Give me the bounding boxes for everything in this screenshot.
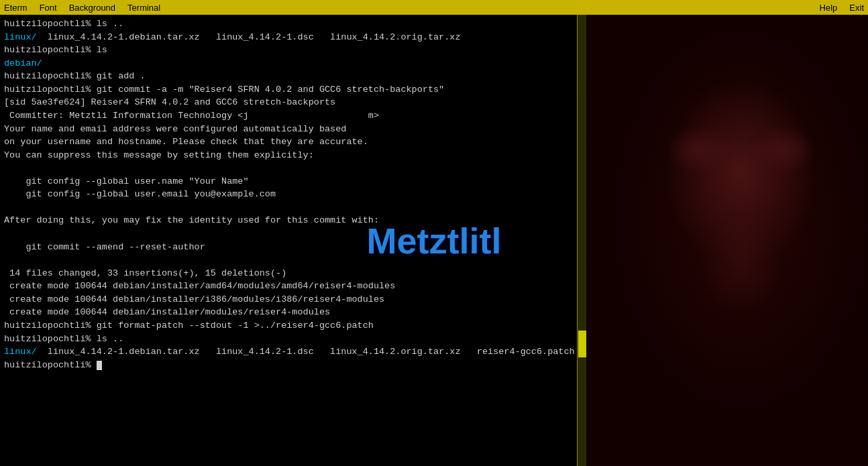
scrollbar[interactable] [577,15,586,466]
line-7: [sid 5ae3fe624] Reiser4 SFRN 4.0.2 and G… [4,96,580,109]
background-image [586,15,868,466]
terminal-cursor [97,361,102,370]
line-16: After doing this, you may fix the identi… [4,214,580,227]
line-18: git commit --amend --reset-author [4,241,580,254]
menu-right: Help Exit [820,3,864,13]
line-23: create mode 100644 debian/installer/modu… [4,306,580,319]
menubar: Eterm Font Background Terminal Help Exit [0,0,868,15]
line-26: linux/ linux_4.14.2-1.debian.tar.xz linu… [4,345,580,359]
line-13: git config --global user.name "Your Name… [4,175,580,188]
line-25: huitzilopochtli% ls .. [4,333,580,346]
line-27: huitzilopochtli% [4,359,580,372]
line-20: 14 files changed, 33 insertions(+), 15 d… [4,267,580,280]
line-1: huitzilopochtli% ls .. [4,17,580,31]
menu-background[interactable]: Background [69,3,115,13]
line-3: huitzilopochtli% ls [4,44,580,57]
line-6: huitzilopochtli% git commit -a -m "Reise… [4,83,580,97]
terminal-wrapper: huitzilopochtli% ls .. linux/ linux_4.14… [0,15,868,466]
line-10: on your username and hostname. Please ch… [4,135,580,149]
line-17 [4,227,580,241]
scrollbar-thumb[interactable] [578,331,586,357]
menu-terminal[interactable]: Terminal [127,3,160,13]
line-4: debian/ [4,57,580,70]
terminal[interactable]: huitzilopochtli% ls .. linux/ linux_4.14… [0,15,584,466]
line-5: huitzilopochtli% git add . [4,70,580,83]
line-11: You can suppress this message by setting… [4,149,580,162]
line-2: linux/ linux_4.14.2-1.debian.tar.xz linu… [4,31,580,44]
line-8: Committer: Metztli Information Technolog… [4,109,580,123]
menu-left: Eterm Font Background Terminal [4,3,160,13]
line-22: create mode 100644 debian/installer/i386… [4,293,580,306]
line-21: create mode 100644 debian/installer/amd6… [4,280,580,293]
line-19 [4,253,580,267]
line-12 [4,162,580,175]
menu-eterm[interactable]: Eterm [4,3,28,13]
line-24: huitzilopochtli% git format-patch --stdo… [4,319,580,333]
menu-exit[interactable]: Exit [849,3,864,13]
menu-font[interactable]: Font [40,3,57,13]
line-9: Your name and email address were configu… [4,123,580,136]
menu-help[interactable]: Help [820,3,838,13]
line-14: git config --global user.email you@examp… [4,188,580,201]
line-15 [4,201,580,215]
